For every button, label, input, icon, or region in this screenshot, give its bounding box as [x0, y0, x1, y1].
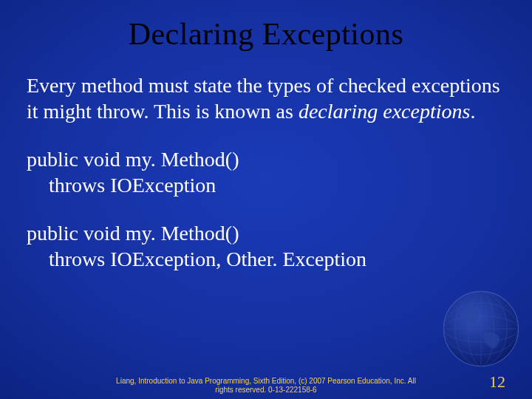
slide-title: Declaring Exceptions	[0, 0, 532, 72]
globe-icon	[440, 288, 522, 369]
para-text-2: .	[470, 100, 475, 123]
svg-point-2	[443, 303, 518, 355]
footer-line1: Liang, Introduction to Java Programming,…	[66, 377, 466, 386]
code1-line2: throws IOException	[27, 172, 505, 198]
svg-point-4	[455, 291, 507, 366]
code2-line1: public void my. Method()	[27, 222, 239, 245]
code1-line1: public void my. Method()	[27, 148, 239, 171]
slide-body: Every method must state the types of che…	[0, 72, 532, 272]
page-number: 12	[489, 372, 505, 392]
code-example-2: public void my. Method() throws IOExcept…	[27, 220, 505, 272]
footer-citation: Liang, Introduction to Java Programming,…	[0, 377, 532, 395]
code-example-1: public void my. Method() throws IOExcept…	[27, 146, 505, 198]
para-italic: declaring exceptions	[299, 100, 470, 123]
footer-line2: rights reserved. 0-13-222158-6	[66, 386, 466, 395]
svg-point-0	[443, 291, 518, 366]
code2-line2: throws IOException, Other. Exception	[27, 246, 505, 272]
svg-point-3	[468, 291, 494, 366]
svg-point-1	[443, 316, 518, 341]
intro-paragraph: Every method must state the types of che…	[27, 72, 505, 124]
